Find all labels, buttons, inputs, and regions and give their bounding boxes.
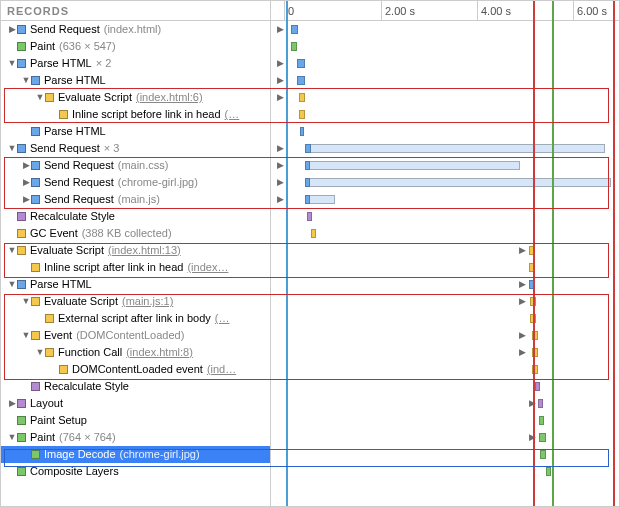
chevron-down-icon[interactable]: ▼ <box>35 344 45 361</box>
timeline-bar[interactable] <box>305 144 311 153</box>
timeline-row: ▶ <box>271 72 619 89</box>
source-link[interactable]: (index.html:8) <box>126 344 193 361</box>
record-row[interactable]: ▶Layout <box>1 395 270 412</box>
chevron-down-icon[interactable]: ▼ <box>7 55 17 72</box>
timeline-bar[interactable] <box>546 467 551 476</box>
record-row[interactable]: ▼Evaluate Script(index.html:13) <box>1 242 270 259</box>
record-label: Parse HTML <box>44 72 106 89</box>
chevron-right-icon[interactable]: ▶ <box>275 143 285 153</box>
record-row[interactable]: ▼Paint(764 × 764) <box>1 429 270 446</box>
chevron-right-icon[interactable]: ▶ <box>7 395 17 412</box>
record-row[interactable]: Recalculate Style <box>1 208 270 225</box>
chevron-right-icon[interactable]: ▶ <box>21 157 31 174</box>
chevron-right-icon[interactable]: ▶ <box>275 75 285 85</box>
record-row[interactable]: ▶Send Request(main.css) <box>1 157 270 174</box>
timeline-bar[interactable] <box>305 178 310 187</box>
chevron-down-icon[interactable]: ▼ <box>7 429 17 446</box>
chevron-right-icon[interactable]: ▶ <box>7 21 17 38</box>
record-row[interactable]: Image Decode(chrome-girl.jpg) <box>1 446 270 463</box>
timeline-bar[interactable] <box>297 76 305 85</box>
category-bullet <box>31 76 40 85</box>
record-label: Event <box>44 327 72 344</box>
timeline-bar[interactable] <box>305 161 520 170</box>
source-link[interactable]: (index… <box>187 259 228 276</box>
timeline-bar[interactable] <box>305 195 310 204</box>
timeline-bar[interactable] <box>291 25 298 34</box>
chevron-right-icon[interactable]: ▶ <box>517 296 527 306</box>
record-row[interactable]: DOMContentLoaded event(ind… <box>1 361 270 378</box>
timeline-bar[interactable] <box>291 42 297 51</box>
record-row[interactable]: GC Event(388 KB collected) <box>1 225 270 242</box>
chevron-right-icon[interactable]: ▶ <box>275 24 285 34</box>
record-row[interactable]: Paint Setup <box>1 412 270 429</box>
chevron-down-icon[interactable]: ▼ <box>35 89 45 106</box>
record-label: Parse HTML <box>30 55 92 72</box>
source-link[interactable]: (index.html:13) <box>108 242 181 259</box>
timeline-marker <box>286 1 288 506</box>
timeline-row <box>271 259 619 276</box>
record-row[interactable]: Recalculate Style <box>1 378 270 395</box>
chevron-down-icon[interactable]: ▼ <box>7 140 17 157</box>
chevron-down-icon[interactable]: ▼ <box>21 327 31 344</box>
chevron-right-icon[interactable]: ▶ <box>517 330 527 340</box>
record-row[interactable]: ▶Send Request(index.html) <box>1 21 270 38</box>
record-row[interactable]: ▼Parse HTML <box>1 276 270 293</box>
source-link[interactable]: (index.html:6) <box>136 89 203 106</box>
timeline-bar[interactable] <box>299 110 305 119</box>
record-row[interactable]: Inline script after link in head(index… <box>1 259 270 276</box>
record-row[interactable]: ▼Parse HTML <box>1 72 270 89</box>
record-row[interactable]: ▼Event(DOMContentLoaded) <box>1 327 270 344</box>
chevron-down-icon[interactable]: ▼ <box>7 276 17 293</box>
chevron-right-icon[interactable]: ▶ <box>517 347 527 357</box>
timeline-row: ▶ <box>271 157 619 174</box>
record-row[interactable]: ▼Send Request × 3 <box>1 140 270 157</box>
chevron-down-icon[interactable]: ▼ <box>7 242 17 259</box>
timeline-bar[interactable] <box>305 178 611 187</box>
chevron-right-icon[interactable]: ▶ <box>275 177 285 187</box>
source-link[interactable]: (ind… <box>207 361 236 378</box>
record-row[interactable]: Parse HTML <box>1 123 270 140</box>
record-row[interactable]: External script after link in body(… <box>1 310 270 327</box>
chevron-right-icon[interactable]: ▶ <box>527 432 537 442</box>
record-row[interactable]: ▼Evaluate Script(index.html:6) <box>1 89 270 106</box>
category-bullet <box>31 178 40 187</box>
timeline-row <box>271 123 619 140</box>
source-link[interactable]: (main.js:1) <box>122 293 173 310</box>
record-row[interactable]: ▼Evaluate Script(main.js:1) <box>1 293 270 310</box>
timeline-bar[interactable] <box>297 59 305 68</box>
source-link[interactable]: (… <box>215 310 230 327</box>
timeline-bar[interactable] <box>307 212 312 221</box>
record-row[interactable]: ▼Parse HTML × 2 <box>1 55 270 72</box>
timeline-bar[interactable] <box>305 161 310 170</box>
source-link[interactable]: (… <box>225 106 240 123</box>
record-label: Image Decode <box>44 446 116 463</box>
timeline-bar[interactable] <box>539 433 546 442</box>
chevron-right-icon[interactable]: ▶ <box>275 160 285 170</box>
timeline-bar[interactable] <box>311 229 316 238</box>
timeline-bar[interactable] <box>300 127 304 136</box>
timeline-bar[interactable] <box>538 399 543 408</box>
chevron-right-icon[interactable]: ▶ <box>517 245 527 255</box>
chevron-right-icon[interactable]: ▶ <box>527 398 537 408</box>
category-bullet <box>45 314 54 323</box>
record-row[interactable]: ▶Send Request(chrome-girl.jpg) <box>1 174 270 191</box>
timeline-bar[interactable] <box>305 144 605 153</box>
chevron-right-icon[interactable]: ▶ <box>21 191 31 208</box>
record-row[interactable]: ▼Function Call(index.html:8) <box>1 344 270 361</box>
chevron-right-icon[interactable]: ▶ <box>275 194 285 204</box>
chevron-down-icon[interactable]: ▼ <box>21 293 31 310</box>
record-row[interactable]: Composite Layers <box>1 463 270 480</box>
record-row[interactable]: Inline script before link in head(… <box>1 106 270 123</box>
timeline-row: ▶ <box>271 344 619 361</box>
record-row[interactable]: ▶Send Request(main.js) <box>1 191 270 208</box>
chevron-right-icon[interactable]: ▶ <box>517 279 527 289</box>
chevron-down-icon[interactable]: ▼ <box>21 72 31 89</box>
timeline-bar[interactable] <box>539 416 544 425</box>
timeline-bar[interactable] <box>540 450 546 459</box>
chevron-right-icon[interactable]: ▶ <box>275 92 285 102</box>
timeline-bar[interactable] <box>535 382 540 391</box>
chevron-right-icon[interactable]: ▶ <box>275 58 285 68</box>
chevron-right-icon[interactable]: ▶ <box>21 174 31 191</box>
timeline-bar[interactable] <box>299 93 305 102</box>
record-row[interactable]: Paint(636 × 547) <box>1 38 270 55</box>
